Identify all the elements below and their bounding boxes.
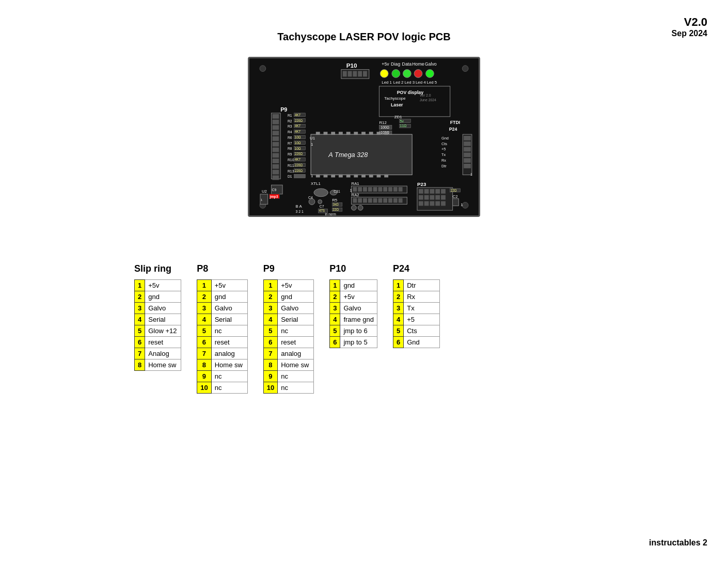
svg-text:22Ω: 22Ω bbox=[333, 208, 339, 211]
svg-point-21 bbox=[426, 70, 434, 78]
svg-text:C6: C6 bbox=[349, 214, 355, 215]
svg-rect-169 bbox=[393, 198, 398, 203]
svg-text:P10: P10 bbox=[346, 62, 357, 69]
svg-rect-167 bbox=[383, 198, 387, 203]
svg-rect-153 bbox=[388, 187, 392, 192]
svg-rect-117 bbox=[316, 132, 320, 135]
table-row: 6jmp to 5 bbox=[330, 337, 377, 348]
svg-point-157 bbox=[309, 199, 315, 205]
svg-rect-47 bbox=[464, 142, 471, 146]
svg-text:jmp3: jmp3 bbox=[270, 195, 278, 199]
svg-text:R8: R8 bbox=[288, 147, 292, 150]
svg-rect-131 bbox=[346, 175, 351, 178]
table-row: 3Galvo bbox=[263, 303, 313, 314]
svg-text:Led 2: Led 2 bbox=[393, 80, 404, 85]
svg-text:4K7: 4K7 bbox=[295, 124, 301, 128]
table-row: 8Home sw bbox=[197, 359, 247, 371]
table-row: 2Rx bbox=[393, 291, 439, 303]
svg-rect-152 bbox=[383, 187, 387, 192]
slip-ring-title: Slip ring bbox=[134, 263, 171, 274]
svg-rect-72 bbox=[273, 176, 279, 180]
svg-rect-130 bbox=[339, 175, 343, 178]
svg-text:June 2024: June 2024 bbox=[420, 98, 436, 102]
table-row: 5Cts bbox=[393, 325, 439, 337]
svg-rect-123 bbox=[361, 132, 366, 135]
table-row: 2gnd bbox=[197, 291, 247, 303]
table-row: 5nc bbox=[197, 325, 247, 337]
svg-rect-63 bbox=[273, 125, 279, 130]
svg-text:+5v: +5v bbox=[382, 61, 389, 67]
svg-rect-163 bbox=[363, 198, 367, 203]
table-row: 1+5v bbox=[135, 280, 181, 291]
p10-table: 1gnd2+5v3Galvo4frame gnd5jmp to 66jmp to… bbox=[329, 279, 377, 348]
tables-area: Slip ring 1+5v2gnd3Galvo4Serial5Glow +12… bbox=[134, 263, 455, 394]
svg-text:R13: R13 bbox=[288, 169, 294, 173]
svg-rect-177 bbox=[435, 189, 440, 194]
svg-rect-164 bbox=[368, 198, 372, 203]
svg-text:11Ω: 11Ω bbox=[400, 124, 407, 128]
table-row: 9nc bbox=[197, 371, 247, 382]
svg-text:5v: 5v bbox=[400, 119, 404, 123]
p9-section: P9 1+5v2gnd3Galvo4Serial5nc6reset7analog… bbox=[263, 263, 314, 394]
svg-text:R9: R9 bbox=[288, 152, 292, 156]
table-row: 5Glow +12 bbox=[135, 325, 181, 337]
table-row: 4Serial bbox=[263, 314, 313, 325]
svg-rect-68 bbox=[273, 153, 279, 158]
svg-rect-122 bbox=[354, 132, 358, 135]
svg-text:P24: P24 bbox=[449, 127, 457, 132]
table-row: 2gnd bbox=[263, 291, 313, 303]
svg-text:220Ω: 220Ω bbox=[295, 152, 303, 155]
svg-rect-64 bbox=[273, 131, 279, 135]
svg-rect-118 bbox=[324, 132, 328, 135]
svg-rect-183 bbox=[441, 195, 446, 200]
svg-text:C9: C9 bbox=[272, 188, 277, 192]
table-row: 6reset bbox=[197, 337, 247, 348]
svg-text:R3: R3 bbox=[288, 124, 292, 128]
svg-text:47S: 47S bbox=[319, 209, 325, 212]
table-row: 1gnd bbox=[330, 280, 377, 291]
svg-text:jmp2: jmp2 bbox=[290, 215, 298, 215]
table-row: 3Tx bbox=[393, 303, 439, 314]
svg-rect-66 bbox=[273, 142, 279, 147]
svg-rect-147 bbox=[358, 187, 362, 192]
p9-table: 1+5v2gnd3Galvo4Serial5nc6reset7analog8Ho… bbox=[263, 279, 314, 394]
svg-rect-120 bbox=[339, 132, 343, 135]
table-row: 2gnd bbox=[135, 291, 181, 303]
svg-text:C31: C31 bbox=[334, 190, 340, 193]
svg-rect-9 bbox=[353, 71, 357, 77]
svg-text:RA2: RA2 bbox=[351, 193, 359, 197]
svg-rect-124 bbox=[369, 132, 373, 135]
svg-text:220Ω: 220Ω bbox=[295, 163, 303, 167]
svg-text:XTL1: XTL1 bbox=[311, 181, 321, 186]
p9-title: P9 bbox=[263, 263, 275, 274]
svg-rect-127 bbox=[316, 175, 320, 178]
svg-rect-129 bbox=[331, 175, 335, 178]
svg-text:A Tmega 328: A Tmega 328 bbox=[328, 151, 368, 159]
svg-rect-71 bbox=[273, 170, 279, 175]
p8-title: P8 bbox=[197, 263, 208, 274]
svg-text:10Ω: 10Ω bbox=[295, 141, 301, 145]
page-title: Tachyscope LASER POV logic PCB bbox=[0, 31, 728, 43]
svg-text:U2: U2 bbox=[262, 189, 267, 194]
svg-text:Led 5: Led 5 bbox=[427, 80, 437, 85]
svg-rect-149 bbox=[368, 187, 372, 192]
svg-text:Home: Home bbox=[412, 61, 424, 67]
svg-rect-50 bbox=[464, 158, 471, 163]
svg-rect-170 bbox=[399, 198, 403, 203]
svg-rect-70 bbox=[273, 164, 279, 169]
slip-ring-table: 1+5v2gnd3Galvo4Serial5Glow +126reset7Ana… bbox=[134, 279, 181, 371]
svg-text:1: 1 bbox=[311, 174, 313, 178]
p8-section: P8 1+5v2gnd3Galvo4Serial5nc6reset7analog… bbox=[197, 263, 247, 394]
table-row: 10nc bbox=[263, 382, 313, 394]
table-row: 9nc bbox=[263, 371, 313, 382]
svg-rect-51 bbox=[464, 164, 471, 168]
table-row: 10nc bbox=[197, 382, 247, 394]
svg-text:R2: R2 bbox=[288, 119, 292, 123]
svg-text:Led 3: Led 3 bbox=[404, 80, 415, 85]
svg-text:R12: R12 bbox=[379, 120, 386, 125]
svg-text:Tx: Tx bbox=[441, 152, 446, 157]
svg-rect-187 bbox=[435, 201, 440, 206]
svg-rect-121 bbox=[346, 132, 351, 135]
svg-text:1: 1 bbox=[261, 198, 262, 201]
svg-rect-10 bbox=[358, 71, 362, 77]
